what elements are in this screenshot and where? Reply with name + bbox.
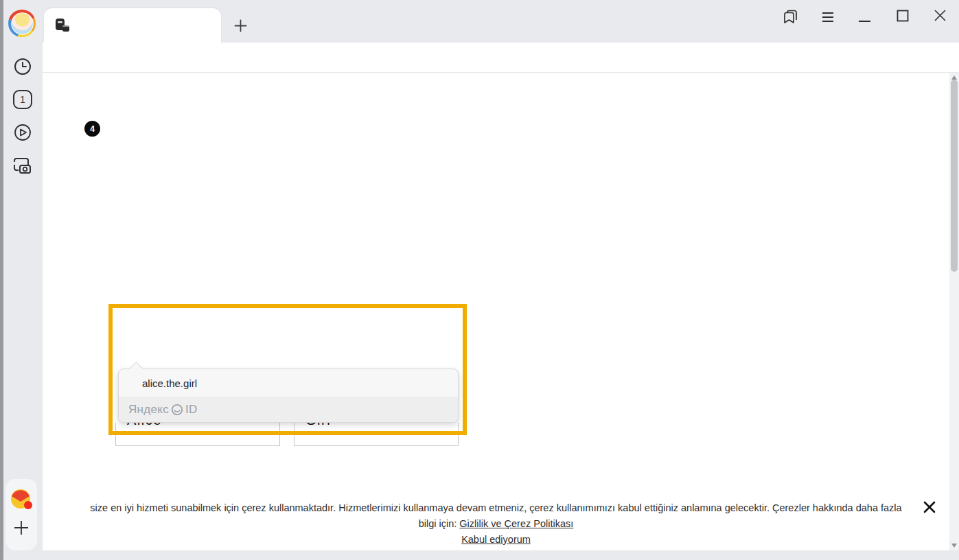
tab-count-label: 1 [20,94,25,105]
window-close-button[interactable] [934,9,947,22]
avatar-face [11,12,34,35]
window-minimize-button[interactable] [859,20,870,23]
yandex-mail-icon[interactable] [9,487,34,512]
sidebar-bottom-panel [5,479,37,550]
scroll-down-arrow[interactable] [951,544,957,548]
browser-window: 1 [0,0,959,560]
cookie-text-prefix: bilgi için: [419,518,460,529]
cookie-text-line1: size en iyi hizmeti sunabilmek için çere… [43,502,949,513]
action-highlight-box [108,304,467,435]
history-icon[interactable] [13,57,32,76]
video-play-icon[interactable] [13,123,32,142]
browser-menu-icon[interactable] [821,10,835,24]
window-left-edge [0,0,3,560]
scrollbar-thumb[interactable] [951,80,958,272]
active-tab[interactable] [44,8,221,43]
add-panel-button[interactable] [12,519,30,537]
browser-toolbar [43,43,959,73]
user-avatar[interactable] [8,10,36,37]
cookie-close-icon[interactable] [923,501,936,513]
privacy-policy-link[interactable]: Gizlilik ve Çerez Politikası [459,518,573,529]
new-tab-button[interactable] [233,19,248,33]
page-scrollbar[interactable] [949,73,959,550]
bookmarks-panel-icon[interactable] [782,8,798,25]
cookie-accept-link[interactable]: Kabul ediyorum [461,534,531,545]
tab-favicon [54,17,71,34]
cookie-banner: size en iyi hizmeti sunabilmek için çere… [43,498,949,550]
cookie-accept-row: Kabul ediyorum [43,534,949,545]
tab-count-button[interactable]: 1 [13,90,32,109]
browser-sidebar: 1 [0,0,43,560]
notification-count: 4 [90,124,95,134]
window-bottom-edge [3,550,959,560]
window-maximize-button[interactable] [897,10,909,22]
notification-badge: 4 [84,121,100,137]
cookie-text-line2: bilgi için: Gizlilik ve Çerez Politikası [43,518,949,529]
screenshot-icon[interactable] [12,156,32,175]
